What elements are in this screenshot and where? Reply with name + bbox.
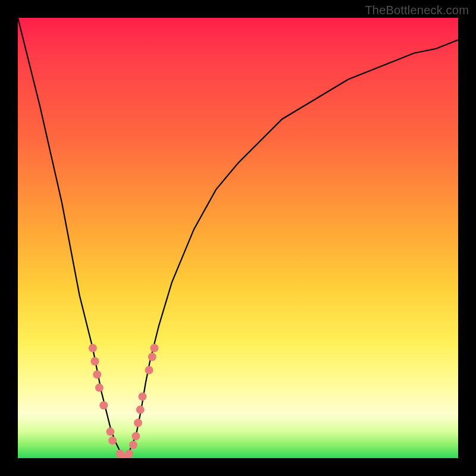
curve-marker (108, 436, 117, 444)
curve-marker (129, 441, 137, 449)
watermark-label: TheBottleneck.com (365, 4, 469, 17)
curve-marker (95, 384, 104, 392)
bottleneck-curve (18, 18, 458, 458)
curve-marker (150, 344, 158, 352)
curve-marker (131, 432, 140, 440)
curve-marker (91, 357, 99, 365)
curve-marker (148, 353, 156, 361)
curve-marker (134, 419, 142, 427)
curve-marker (136, 406, 145, 414)
curve-markers (89, 344, 159, 458)
curve-marker (138, 392, 146, 400)
curve-marker (106, 428, 114, 436)
curve-marker (125, 450, 133, 458)
curve-marker (145, 366, 154, 374)
curve-marker (99, 401, 108, 409)
curve-layer (18, 18, 458, 458)
bottleneck-curve-svg (18, 18, 458, 458)
plot-area (18, 18, 458, 458)
chart-frame: TheBottleneck.com (0, 0, 476, 476)
curve-marker (89, 344, 97, 352)
curve-marker (93, 370, 101, 378)
